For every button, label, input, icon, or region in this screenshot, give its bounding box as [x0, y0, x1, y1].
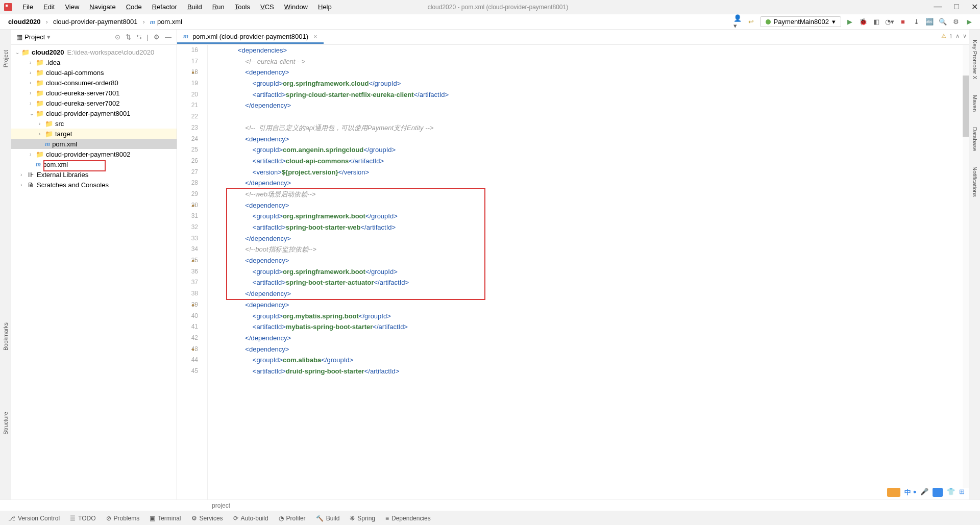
- code-line[interactable]: <dependency>: [223, 134, 980, 145]
- ime-box-1[interactable]: [887, 488, 900, 497]
- menu-window[interactable]: Window: [280, 2, 312, 12]
- code-line[interactable]: </dependency>: [223, 178, 980, 189]
- tree-item-pom-xml[interactable]: mpom.xml: [11, 139, 177, 149]
- editor-breadcrumb[interactable]: project: [0, 499, 980, 511]
- tree-item-scratches-and-consoles[interactable]: ›🗎Scratches and Consoles: [11, 180, 177, 190]
- back-icon[interactable]: ↩: [747, 17, 756, 27]
- menu-build[interactable]: Build: [183, 2, 206, 12]
- editor-body[interactable]: 161718●↑192021222324252627282930●↑313233…: [177, 45, 980, 499]
- code-line[interactable]: <!-- 引用自己定义的api通用包，可以使用Payment支付Entity -…: [223, 122, 980, 134]
- tree-item--idea[interactable]: ›📁.idea: [11, 57, 177, 67]
- structure-tool-button[interactable]: Structure: [3, 412, 9, 435]
- tree-item-cloud-provider-payment8001[interactable]: ⌄📁cloud-provider-payment8001: [11, 108, 177, 118]
- code-line[interactable]: <groupId>com.alibaba</groupId>: [223, 355, 980, 366]
- code-line[interactable]: </dependency>: [223, 100, 980, 111]
- bottom-tool-version-control[interactable]: ⎇Version Control: [8, 515, 60, 522]
- down-icon[interactable]: ∨: [963, 33, 967, 39]
- right-tool-database[interactable]: Database: [972, 127, 978, 151]
- gear-icon[interactable]: ⚙: [154, 33, 160, 41]
- maximize-icon[interactable]: □: [954, 2, 959, 12]
- debug-icon[interactable]: 🐞: [859, 17, 868, 27]
- tree-item-cloud-provider-payment8002[interactable]: ›📁cloud-provider-payment8002: [11, 149, 177, 159]
- project-tool-button[interactable]: Project: [3, 50, 9, 67]
- bottom-tool-todo[interactable]: ☰TODO: [70, 515, 95, 522]
- editor-tab[interactable]: m pom.xml (cloud-provider-payment8001) ×: [177, 30, 324, 44]
- tree-item-target[interactable]: ›📁target: [11, 129, 177, 139]
- up-icon[interactable]: ∧: [955, 33, 960, 39]
- code-line[interactable]: </dependency>: [223, 333, 980, 344]
- ime-box-2[interactable]: [933, 488, 943, 497]
- gutter-mark-icon[interactable]: ●↑: [191, 255, 197, 266]
- code-line[interactable]: <artifactId>cloud-api-commons</artifactI…: [223, 156, 980, 167]
- bottom-tool-terminal[interactable]: ▣Terminal: [150, 515, 181, 522]
- tree-item-src[interactable]: ›📁src: [11, 118, 177, 129]
- menu-tools[interactable]: Tools: [231, 2, 254, 12]
- chevron-down-icon[interactable]: ▾: [47, 33, 51, 41]
- minimize-icon[interactable]: —: [934, 2, 942, 12]
- menu-code[interactable]: Code: [122, 2, 146, 12]
- menu-edit[interactable]: Edit: [39, 2, 59, 12]
- tree-item-cloud-eureka-server7002[interactable]: ›📁cloud-eureka-server7002: [11, 98, 177, 108]
- code-line[interactable]: <version>${project.version}</version>: [223, 167, 980, 178]
- code-line[interactable]: <dependencies>: [223, 45, 980, 56]
- code-line[interactable]: <artifactId>mybatis-spring-boot-starter<…: [223, 321, 980, 333]
- run-icon[interactable]: ▶: [845, 17, 854, 27]
- collapse-icon[interactable]: ⇆: [136, 33, 142, 41]
- gutter-mark-icon[interactable]: ●↑: [191, 200, 197, 211]
- bottom-tool-auto-build[interactable]: ⟳Auto-build: [233, 515, 268, 522]
- menu-view[interactable]: View: [61, 2, 83, 12]
- hide-icon[interactable]: —: [165, 33, 172, 41]
- select-file-icon[interactable]: ⊙: [115, 33, 120, 41]
- bottom-tool-build[interactable]: 🔨Build: [316, 515, 340, 522]
- expand-icon[interactable]: ⇅: [126, 33, 131, 41]
- code-line[interactable]: <dependency>: [223, 299, 980, 311]
- project-dropdown-icon[interactable]: ▦: [16, 33, 22, 41]
- scrollbar-thumb[interactable]: [963, 76, 969, 137]
- run-config-dropdown[interactable]: PaymentMain8002 ▾: [760, 16, 841, 27]
- ime-grid-icon[interactable]: ⊞: [959, 488, 965, 497]
- menu-run[interactable]: Run: [208, 2, 229, 12]
- breadcrumb-item[interactable]: mpom.xml: [148, 17, 184, 27]
- code-line[interactable]: <groupId>org.mybatis.spring.boot</groupI…: [223, 311, 980, 322]
- breadcrumb-item[interactable]: cloud2020: [6, 17, 43, 27]
- tree-root[interactable]: ⌄📁cloud2020E:\idea-workspace\cloud2020: [11, 47, 177, 57]
- stop-icon[interactable]: ■: [898, 17, 908, 27]
- code-line[interactable]: <groupId>org.springframework.cloud</grou…: [223, 78, 980, 89]
- menu-vcs[interactable]: VCS: [256, 2, 278, 12]
- menu-refactor[interactable]: Refactor: [148, 2, 181, 12]
- right-tool-notifications[interactable]: Notifications: [972, 166, 978, 197]
- bottom-tool-problems[interactable]: ⊘Problems: [106, 515, 140, 522]
- code-line[interactable]: [223, 111, 980, 122]
- profile-icon[interactable]: ◔▾: [885, 17, 894, 27]
- code-line[interactable]: <artifactId>spring-cloud-starter-netflix…: [223, 89, 980, 101]
- bottom-tool-profiler[interactable]: ◔Profiler: [279, 515, 306, 522]
- bottom-tool-spring[interactable]: ❋Spring: [350, 515, 375, 522]
- settings-icon[interactable]: ⚙: [951, 17, 961, 27]
- coverage-icon[interactable]: ◧: [872, 17, 881, 27]
- code-line[interactable]: <groupId>com.angenin.springcloud</groupI…: [223, 144, 980, 156]
- user-icon[interactable]: 👤▾: [733, 17, 743, 27]
- breadcrumb-item[interactable]: cloud-provider-payment8001: [51, 17, 139, 27]
- right-tool-maven[interactable]: Maven: [972, 95, 978, 112]
- play-green-icon[interactable]: ▶: [965, 17, 974, 27]
- ime-tshirt-icon[interactable]: 👕: [947, 488, 955, 497]
- ime-widget[interactable]: 中 ꔷ 🎤 👕 ⊞: [887, 488, 965, 497]
- tree-item-cloud-consumer-order80[interactable]: ›📁cloud-consumer-order80: [11, 78, 177, 88]
- gutter-mark-icon[interactable]: ●↑: [191, 299, 197, 311]
- scrollbar[interactable]: [963, 45, 969, 488]
- close-icon[interactable]: ✕: [971, 2, 978, 12]
- right-tool-key-promoter-x[interactable]: Key Promoter X: [972, 40, 978, 80]
- gutter-mark-icon[interactable]: ●↑: [191, 67, 197, 78]
- ime-mic-icon[interactable]: 🎤: [920, 488, 928, 497]
- git-icon[interactable]: ⤓: [912, 17, 921, 27]
- code-line[interactable]: <dependency>: [223, 67, 980, 78]
- menu-help[interactable]: Help: [314, 2, 336, 12]
- code-line[interactable]: <!-- eureka-client -->: [223, 56, 980, 67]
- gutter-mark-icon[interactable]: ●↑: [191, 344, 197, 355]
- code-line[interactable]: <artifactId>druid-spring-boot-starter</a…: [223, 366, 980, 377]
- bottom-tool-dependencies[interactable]: ≡Dependencies: [385, 515, 431, 522]
- code-line[interactable]: <dependency>: [223, 344, 980, 355]
- tree-item-cloud-eureka-server7001[interactable]: ›📁cloud-eureka-server7001: [11, 88, 177, 98]
- tab-close-icon[interactable]: ×: [313, 33, 317, 40]
- translate-icon[interactable]: 🔤: [925, 17, 934, 27]
